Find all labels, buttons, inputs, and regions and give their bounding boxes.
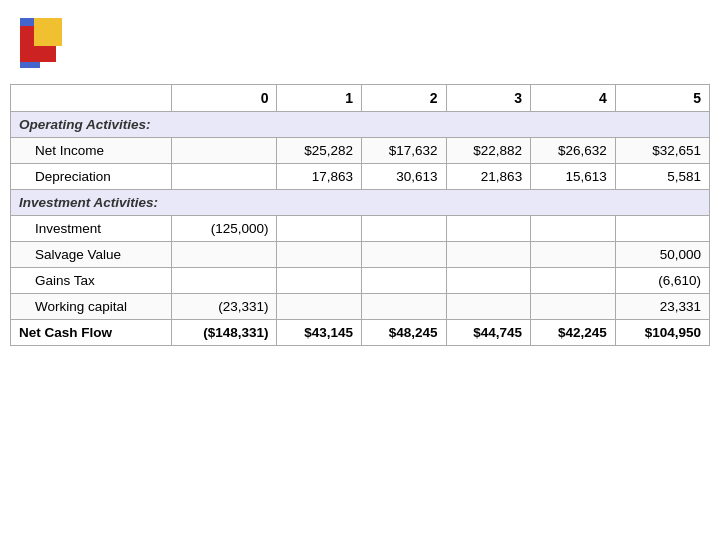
row-value-0 xyxy=(171,138,277,164)
row-value-4 xyxy=(531,242,616,268)
row-value-2 xyxy=(362,294,447,320)
net-cash-flow-value-0: ($148,331) xyxy=(171,320,277,346)
row-value-3: 21,863 xyxy=(446,164,531,190)
col-header-label xyxy=(11,85,172,112)
row-value-4 xyxy=(531,268,616,294)
net-cash-flow-value-1: $43,145 xyxy=(277,320,362,346)
row-value-2: 30,613 xyxy=(362,164,447,190)
row-value-0 xyxy=(171,164,277,190)
net-cash-flow-row: Net Cash Flow($148,331)$43,145$48,245$44… xyxy=(11,320,710,346)
logo-yellow-square xyxy=(34,18,62,46)
row-value-5: $32,651 xyxy=(615,138,709,164)
col-header-5: 5 xyxy=(615,85,709,112)
row-value-2 xyxy=(362,268,447,294)
net-cash-flow-value-4: $42,245 xyxy=(531,320,616,346)
row-value-5: 50,000 xyxy=(615,242,709,268)
section-header-row: Investment Activities: xyxy=(11,190,710,216)
col-header-1: 1 xyxy=(277,85,362,112)
row-value-3 xyxy=(446,268,531,294)
row-value-2 xyxy=(362,216,447,242)
row-value-4: $26,632 xyxy=(531,138,616,164)
row-value-4 xyxy=(531,294,616,320)
col-header-2: 2 xyxy=(362,85,447,112)
net-cash-flow-value-2: $48,245 xyxy=(362,320,447,346)
row-value-2: $17,632 xyxy=(362,138,447,164)
net-cash-flow-value-3: $44,745 xyxy=(446,320,531,346)
col-header-0: 0 xyxy=(171,85,277,112)
section-header-label: Investment Activities: xyxy=(11,190,710,216)
row-value-0 xyxy=(171,242,277,268)
table-row: Investment(125,000) xyxy=(11,216,710,242)
row-value-5: (6,610) xyxy=(615,268,709,294)
row-label: Investment xyxy=(11,216,172,242)
table-container: 0 1 2 3 4 5 Operating Activities:Net Inc… xyxy=(0,84,720,356)
row-value-1 xyxy=(277,294,362,320)
section-header-row: Operating Activities: xyxy=(11,112,710,138)
row-value-3 xyxy=(446,242,531,268)
row-value-1: 17,863 xyxy=(277,164,362,190)
row-label: Working capital xyxy=(11,294,172,320)
row-value-0: (125,000) xyxy=(171,216,277,242)
row-value-3: $22,882 xyxy=(446,138,531,164)
row-value-1 xyxy=(277,216,362,242)
table-row: Gains Tax(6,610) xyxy=(11,268,710,294)
row-value-5 xyxy=(615,216,709,242)
row-value-5: 5,581 xyxy=(615,164,709,190)
row-label: Depreciation xyxy=(11,164,172,190)
table-row: Salvage Value50,000 xyxy=(11,242,710,268)
page-header xyxy=(0,0,720,84)
col-header-3: 3 xyxy=(446,85,531,112)
net-cash-flow-label: Net Cash Flow xyxy=(11,320,172,346)
row-value-4: 15,613 xyxy=(531,164,616,190)
col-header-4: 4 xyxy=(531,85,616,112)
row-value-5: 23,331 xyxy=(615,294,709,320)
cash-flow-table: 0 1 2 3 4 5 Operating Activities:Net Inc… xyxy=(10,84,710,346)
row-value-4 xyxy=(531,216,616,242)
row-value-0: (23,331) xyxy=(171,294,277,320)
net-cash-flow-value-5: $104,950 xyxy=(615,320,709,346)
row-value-0 xyxy=(171,268,277,294)
row-value-3 xyxy=(446,294,531,320)
row-value-1: $25,282 xyxy=(277,138,362,164)
section-header-label: Operating Activities: xyxy=(11,112,710,138)
table-row: Depreciation17,86330,61321,86315,6135,58… xyxy=(11,164,710,190)
table-row: Working capital(23,331)23,331 xyxy=(11,294,710,320)
row-value-2 xyxy=(362,242,447,268)
row-value-1 xyxy=(277,268,362,294)
row-value-3 xyxy=(446,216,531,242)
table-header-row: 0 1 2 3 4 5 xyxy=(11,85,710,112)
row-value-1 xyxy=(277,242,362,268)
table-row: Net Income$25,282$17,632$22,882$26,632$3… xyxy=(11,138,710,164)
row-label: Gains Tax xyxy=(11,268,172,294)
row-label: Salvage Value xyxy=(11,242,172,268)
logo-decoration xyxy=(20,18,72,70)
row-label: Net Income xyxy=(11,138,172,164)
